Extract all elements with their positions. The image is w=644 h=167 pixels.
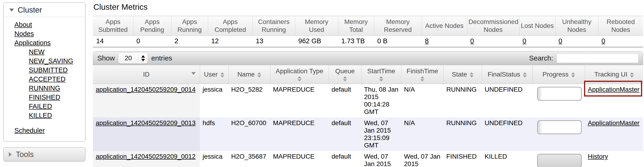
cluster-panel-title: Cluster — [18, 6, 42, 15]
sort-carets-icon — [630, 72, 634, 77]
decommissioned-nodes-link[interactable]: 0 — [470, 37, 474, 45]
sidebar-item-state-killed[interactable]: KILLED — [29, 112, 52, 119]
sidebar-item-state-new-saving[interactable]: NEW_SAVING — [29, 57, 73, 65]
cell-queue: default — [329, 117, 361, 151]
sidebar-item-state-finished[interactable]: FINISHED — [29, 93, 60, 101]
cell-user: jessica — [200, 151, 228, 167]
metrics-col-lost-nodes: Lost Nodes — [519, 16, 555, 36]
app-id-link[interactable]: application_1420450259209_0012 — [96, 153, 196, 160]
metrics-col-decommissioned-nodes: Decommissioned Nodes — [467, 16, 519, 36]
metrics-col-rebooted-nodes: Rebooted Nodes — [598, 16, 643, 36]
sidebar-item-applications[interactable]: Applications — [14, 39, 51, 47]
cell-state: RUNNING — [444, 117, 482, 151]
progress-bar-fill — [538, 154, 581, 167]
applications-header-row: ID User Name Application Type Queue — [93, 65, 643, 84]
col-header-queue[interactable]: Queue — [329, 65, 361, 84]
sort-carets-icon — [258, 72, 261, 77]
rebooted-nodes-link[interactable]: 0 — [602, 37, 605, 45]
col-header-id[interactable]: ID — [93, 65, 200, 84]
col-header-name[interactable]: Name — [228, 65, 270, 84]
sidebar-item-about[interactable]: About — [14, 21, 32, 28]
table-row: application_1420450259209_0013 hdfs H2O_… — [93, 117, 643, 151]
progress-bar — [537, 87, 582, 101]
sidebar-item-state-submitted[interactable]: SUBMITTED — [29, 66, 68, 74]
sidebar-item-state-running[interactable]: RUNNING — [29, 84, 60, 92]
cell-tracking-ui: ApplicationMaster — [585, 84, 643, 118]
metric-memory-reserved: 0 B — [374, 36, 422, 47]
cell-finishtime: N/A — [401, 117, 444, 151]
active-nodes-link[interactable]: 8 — [425, 37, 429, 45]
metric-containers-running: 13 — [252, 36, 295, 47]
chevron-right-icon — [9, 152, 12, 157]
table-row: application_1420450259209_0012 jessica H… — [93, 151, 643, 167]
sort-descending-icon — [192, 72, 196, 75]
cluster-metrics-table: Apps Submitted Apps Pending Apps Running… — [93, 16, 643, 48]
cell-starttime: Thu, 08 Jan 2015 00:14:28 GMT — [361, 84, 401, 118]
lost-nodes-link[interactable]: 0 — [522, 37, 526, 45]
cell-finishtime: Wed, 07 Jan 2015 23:08:15 GMT — [401, 151, 444, 167]
metrics-col-memory-reserved: Memory Reserved — [374, 16, 422, 36]
sort-carets-icon — [298, 76, 301, 81]
metrics-col-memory-used: Memory Used — [295, 16, 338, 36]
cell-name: H2O_5282 — [228, 84, 270, 118]
cell-application-type: MAPREDUCE — [270, 84, 329, 118]
col-header-finishtime[interactable]: FinishTime — [401, 65, 444, 84]
page-size-select[interactable]: 20 — [118, 53, 148, 64]
chevron-down-icon — [9, 9, 14, 12]
sort-carets-icon — [470, 72, 474, 77]
sidebar-item-state-new[interactable]: NEW — [29, 48, 44, 56]
applications-table: ID User Name Application Type Queue — [93, 65, 643, 167]
cell-name: H2O_60700 — [228, 117, 270, 151]
sidebar: Cluster About Nodes Applications NEW NEW… — [3, 2, 86, 162]
unhealthy-nodes-link[interactable]: 0 — [558, 37, 562, 45]
stepper-arrows-icon — [138, 55, 148, 61]
cell-tracking-ui: History — [585, 151, 643, 167]
sort-carets-icon — [571, 72, 575, 77]
app-id-link[interactable]: application_1420450259209_0013 — [96, 119, 196, 126]
cell-application-type: MAPREDUCE — [270, 117, 329, 151]
col-header-user[interactable]: User — [200, 65, 228, 84]
cell-progress — [532, 84, 585, 118]
col-header-state[interactable]: State — [444, 65, 482, 84]
cell-finalstatus: UNDEFINED — [482, 117, 532, 151]
metrics-col-active-nodes: Active Nodes — [422, 16, 467, 36]
col-header-progress[interactable]: Progress — [532, 65, 585, 84]
show-label: Show — [97, 54, 115, 62]
application-master-link[interactable]: ApplicationMaster — [588, 86, 640, 93]
metrics-col-memory-total: Memory Total — [338, 16, 374, 36]
history-link[interactable]: History — [588, 153, 608, 160]
metric-memory-used: 962 GB — [295, 36, 338, 47]
metric-apps-completed: 12 — [208, 36, 252, 47]
sort-carets-icon — [220, 72, 224, 77]
cell-progress — [532, 117, 585, 151]
app-id-link[interactable]: application_1420450259209_0014 — [96, 86, 196, 93]
metric-apps-running: 2 — [171, 36, 208, 47]
col-header-tracking-ui[interactable]: Tracking UI — [585, 65, 643, 84]
metrics-col-apps-running: Apps Running — [171, 16, 208, 36]
application-master-link[interactable]: ApplicationMaster — [588, 119, 640, 126]
cell-starttime: Wed, 07 Jan 2015 23:15:09 GMT — [361, 117, 401, 151]
cluster-panel: Cluster About Nodes Applications NEW NEW… — [3, 2, 86, 142]
metrics-col-apps-submitted: Apps Submitted — [93, 16, 133, 36]
col-header-application-type[interactable]: Application Type — [270, 65, 329, 84]
main-content: Cluster Metrics Apps Submitted Apps Pend… — [93, 2, 643, 167]
search-input[interactable] — [556, 53, 639, 63]
sort-carets-icon — [380, 76, 383, 81]
col-header-finalstatus[interactable]: FinalStatus — [482, 65, 532, 84]
cell-user: hdfs — [200, 117, 228, 151]
sidebar-item-nodes[interactable]: Nodes — [14, 30, 34, 38]
cell-state: RUNNING — [444, 84, 482, 118]
tools-panel-header[interactable]: Tools — [3, 147, 86, 162]
page-title: Cluster Metrics — [94, 2, 643, 12]
cluster-nav: About Nodes Applications NEW NEW_SAVING … — [4, 17, 85, 141]
cell-user: jessica — [200, 84, 228, 118]
col-header-starttime[interactable]: StartTime — [361, 65, 401, 84]
sidebar-item-scheduler[interactable]: Scheduler — [14, 127, 45, 134]
tools-panel-title: Tools — [16, 150, 34, 159]
cluster-panel-header[interactable]: Cluster — [4, 3, 85, 17]
sidebar-item-state-failed[interactable]: FAILED — [29, 103, 52, 110]
metrics-col-containers-running: Containers Running — [252, 16, 295, 36]
sidebar-item-state-accepted[interactable]: ACCEPTED — [29, 75, 66, 83]
cell-application-type: MAPREDUCE — [270, 151, 329, 167]
metric-memory-total: 1.73 TB — [338, 36, 374, 47]
